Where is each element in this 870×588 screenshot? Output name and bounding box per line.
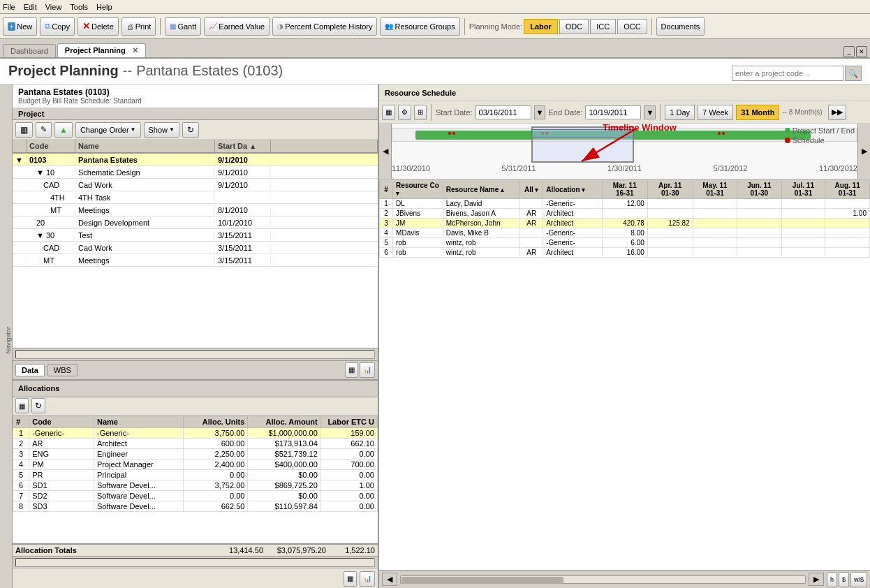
alloc-td-labor-etc: 662.10	[320, 438, 377, 448]
alloc-row[interactable]: 4 PM Project Manager 2,400.00 $400,000.0…	[13, 459, 378, 469]
rs-right-arrow[interactable]: ▶▶	[828, 105, 846, 120]
gantt-button[interactable]: ▦ Gantt	[165, 17, 201, 36]
month-view-btn[interactable]: 31 Month	[736, 105, 779, 120]
resource-groups-button[interactable]: 👥 Resource Groups	[380, 17, 459, 36]
rg-row[interactable]: 6 rob wintz, rob AR Architect 16.00	[380, 248, 870, 258]
left-scroll[interactable]	[13, 348, 378, 360]
alloc-row[interactable]: 6 SD1 Software Devel... 3,752.00 $869,72…	[13, 480, 378, 490]
rs-grid-btn[interactable]: ▦	[382, 105, 395, 120]
sep3	[651, 18, 652, 35]
minimize-button[interactable]: _	[843, 46, 855, 57]
mode-labor-button[interactable]: Labor	[524, 19, 558, 34]
timeline-area: 11/30/2010 5/31/2011 1/30/2011 5/31/2012…	[379, 124, 870, 179]
td-start: 9/1/2010	[215, 155, 271, 165]
alloc-row[interactable]: 3 ENG Engineer 2,250.00 $521,739.12 0.00	[13, 448, 378, 459]
rg-row[interactable]: 3 JM McPherson, John AR Architect 420.78…	[380, 219, 870, 228]
rg-td-allocation: -Generic-	[543, 228, 603, 238]
filter-icon-rc[interactable]: ▾	[396, 190, 399, 197]
allocation-totals: Allocation Totals 13,414.50 $3,075,975.2…	[13, 543, 378, 556]
alloc-expand-btn[interactable]: ▦	[15, 398, 29, 413]
up-arrow-btn[interactable]: ▲	[54, 122, 73, 138]
rg-row[interactable]: 2 JBivens Bivens, Jason A AR Architect 1…	[380, 209, 870, 219]
alloc-row[interactable]: 7 SD2 Software Devel... 0.00 $0.00 0.00	[13, 490, 378, 501]
alloc-row[interactable]: 5 PR Principal 0.00 $0.00 0.00	[13, 469, 378, 480]
filter-icon-all[interactable]: ▾	[535, 186, 538, 193]
earned-value-label: Earned Value	[219, 22, 265, 31]
tl-nav-right[interactable]: ▶	[857, 124, 870, 179]
chart-btn[interactable]: 📊	[360, 362, 375, 378]
print-button[interactable]: 🖨 Print	[121, 17, 156, 36]
table-row[interactable]: CAD Cad Work 3/15/2011	[13, 242, 378, 254]
rs-settings-btn[interactable]: ⚙	[398, 105, 411, 120]
alloc-row[interactable]: 1 -Generic- -Generic- 3,750.00 $1,000,00…	[13, 427, 378, 438]
rs-scroll-thumb[interactable]	[401, 577, 563, 584]
start-date-dropdown[interactable]: ▼	[534, 105, 546, 119]
project-code-input[interactable]	[732, 66, 843, 81]
rs-footer-right-btn[interactable]: ▶	[809, 573, 824, 586]
spreadsheet-icon-btn[interactable]: ▦	[15, 122, 33, 138]
table-row[interactable]: 4TH 4TH Task	[13, 191, 378, 204]
bottom-tabs: Data WBS ▦ 📊	[13, 360, 378, 380]
tab-project-planning[interactable]: Project Planning ✕	[57, 43, 146, 57]
close-button[interactable]: ✕	[856, 46, 867, 57]
week-view-btn[interactable]: 7 Week	[698, 105, 733, 120]
mode-icc-button[interactable]: ICC	[590, 19, 616, 34]
sort-icon-rn[interactable]: ▴	[501, 186, 504, 193]
rs-filter-btn[interactable]: ⊞	[414, 105, 427, 120]
rs-footer-h-btn[interactable]: h	[827, 572, 837, 587]
delete-button[interactable]: ✕ Delete	[78, 17, 119, 36]
end-date-dropdown[interactable]: ▼	[644, 105, 656, 119]
alloc-td-labor-etc: 700.00	[320, 459, 377, 469]
tab-dashboard[interactable]: Dashboard	[3, 44, 56, 57]
day-view-btn[interactable]: 1 Day	[665, 105, 695, 120]
rs-footer-dollar-btn[interactable]: $	[839, 572, 849, 587]
rg-row[interactable]: 1 DL Lacy, David -Generic- 12.00	[380, 199, 870, 209]
menu-help[interactable]: Help	[96, 3, 112, 11]
left-scroll-track[interactable]	[15, 350, 375, 359]
filter-icon-alloc[interactable]: ▾	[582, 186, 585, 193]
grid-btn[interactable]: ▦	[345, 362, 358, 378]
rs-footer-left-btn[interactable]: ◀	[382, 573, 397, 586]
search-button[interactable]: 🔍	[845, 66, 862, 81]
menu-view[interactable]: View	[45, 3, 62, 11]
wbs-tab[interactable]: WBS	[47, 364, 78, 376]
table-row[interactable]: CAD Cad Work 9/1/2010	[13, 179, 378, 191]
documents-button[interactable]: Documents	[656, 17, 705, 36]
table-row[interactable]: MT Meetings 8/1/2010	[13, 204, 378, 216]
table-row[interactable]: ▼ 10 Schematic Design 9/1/2010	[13, 166, 378, 179]
show-button[interactable]: Show ▼	[144, 122, 179, 138]
pct-complete-button[interactable]: ◑ Percent Complete History	[272, 17, 377, 36]
earned-value-button[interactable]: 📈 Earned Value	[204, 17, 270, 36]
alloc-footer-chart-btn[interactable]: 📊	[360, 571, 375, 587]
alloc-footer-grid-btn[interactable]: ▦	[344, 571, 357, 587]
mode-odc-button[interactable]: ODC	[559, 19, 589, 34]
alloc-scroll[interactable]	[13, 556, 378, 568]
alloc-refresh-btn[interactable]: ↻	[31, 398, 45, 413]
tab-close-icon[interactable]: ✕	[132, 46, 138, 54]
table-row[interactable]: ▼ 0103 Pantana Estates 9/1/2010	[13, 154, 378, 166]
tl-nav-left[interactable]: ◀	[379, 124, 392, 179]
edit-icon-btn[interactable]: ✎	[36, 122, 52, 138]
refresh-button[interactable]: ↻	[182, 122, 199, 138]
alloc-row[interactable]: 8 SD3 Software Devel... 662.50 $110,597.…	[13, 501, 378, 511]
rg-row[interactable]: 5 rob wintz, rob -Generic- 6.00	[380, 238, 870, 248]
table-row[interactable]: 20 Design Development 10/1/2010	[13, 216, 378, 229]
rs-footer-ws-btn[interactable]: w/$	[850, 572, 867, 587]
rg-row[interactable]: 4 MDavis Davis, Mike B -Generic- 8.00	[380, 228, 870, 238]
alloc-scroll-track[interactable]	[15, 558, 375, 567]
table-row[interactable]: MT Meetings 3/15/2011	[13, 254, 378, 267]
new-button[interactable]: + New	[3, 17, 37, 36]
rg-td-allocation: Architect	[543, 219, 603, 228]
change-order-button[interactable]: Change Order ▼	[75, 122, 141, 138]
alloc-row[interactable]: 2 AR Architect 600.00 $173,913.04 662.10	[13, 438, 378, 448]
menu-file[interactable]: File	[3, 3, 15, 11]
data-tab[interactable]: Data	[15, 364, 45, 376]
rs-scroll-bar[interactable]	[400, 575, 806, 584]
menu-tools[interactable]: Tools	[70, 3, 88, 11]
copy-button[interactable]: ⧉ Copy	[40, 17, 75, 36]
menu-edit[interactable]: Edit	[24, 3, 37, 11]
mode-occ-button[interactable]: OCC	[617, 19, 647, 34]
start-date-input[interactable]	[475, 105, 531, 119]
end-date-input[interactable]	[585, 105, 641, 119]
table-row[interactable]: ▼ 30 Test 3/15/2011	[13, 229, 378, 242]
